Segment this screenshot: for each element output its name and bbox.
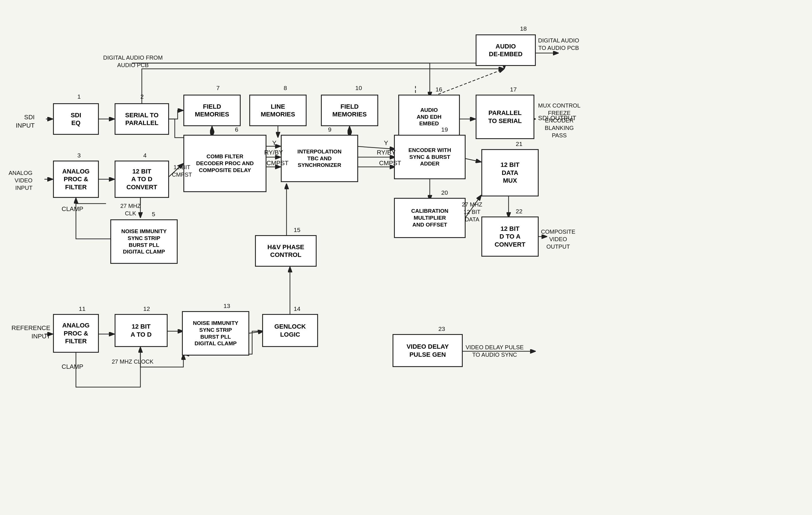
- block-genlock-logic-label: GENLOCKLOGIC: [274, 323, 306, 338]
- block-12bit-atod-top-label: 12 BITA TO DCONVERT: [126, 167, 157, 191]
- label-cmpst-1: CMPST: [266, 159, 289, 167]
- label-cmpst-2: CMPST: [379, 159, 401, 167]
- label-composite-video-output: COMPOSITEVIDEOOUTPUT: [541, 228, 575, 250]
- ref-17: 17: [510, 86, 517, 93]
- block-video-delay: VIDEO DELAYPULSE GEN: [393, 334, 463, 367]
- block-calibration-mult-label: CALIBRATIONMULTIPLIERAND OFFSET: [411, 208, 448, 228]
- ref-19: 19: [441, 126, 448, 133]
- label-digital-audio-from: DIGITAL AUDIO FROMAUDIO PCB: [103, 54, 163, 69]
- block-calibration-mult: CALIBRATIONMULTIPLIERAND OFFSET: [394, 198, 466, 238]
- block-noise-immunity-bot-label: NOISE IMMUNITYSYNC STRIPBURST PLLDIGITAL…: [193, 320, 238, 347]
- label-mux-control: MUX CONTROLFREEZEENCODERBLANKINGPASS: [538, 102, 580, 139]
- block-12bit-atod-bot: 12 BITA TO D: [115, 314, 168, 347]
- svg-line-29: [430, 69, 504, 98]
- ref-6: 6: [235, 126, 238, 133]
- label-clamp-bot: CLAMP: [62, 363, 83, 371]
- ref-8: 8: [284, 85, 287, 91]
- ref-15: 15: [294, 226, 300, 234]
- block-parallel-to-serial: PARALLELTO SERIAL: [475, 94, 534, 139]
- ref-21: 21: [516, 140, 522, 147]
- label-digital-audio-to: DIGITAL AUDIOTO AUDIO PCB: [538, 37, 579, 52]
- label-12bit-cmpst: 12 BITCMPST: [172, 163, 192, 178]
- diagram: SDIEQ SERIAL TOPARALLEL ANALOGPROC &FILT…: [0, 0, 812, 515]
- ref-7: 7: [216, 85, 220, 91]
- block-hv-phase-label: H&V PHASECONTROL: [267, 243, 304, 259]
- ref-11: 11: [79, 305, 85, 312]
- block-12bit-data-mux-label: 12 BITDATAMUX: [500, 161, 519, 185]
- block-sdi-eq: SDIEQ: [53, 103, 99, 135]
- block-12bit-atod-bot-label: 12 BITA TO D: [130, 323, 151, 338]
- block-noise-immunity-top-label: NOISE IMMUNITYSYNC STRIPBURST PLLDIGITAL…: [121, 228, 167, 255]
- block-analog-proc-bot: ANALOGPROC &FILTER: [53, 314, 99, 353]
- block-serial-to-parallel-label: SERIAL TOPARALLEL: [125, 111, 159, 127]
- ref-13: 13: [224, 302, 230, 309]
- ref-3: 3: [77, 152, 81, 159]
- block-genlock-logic: GENLOCKLOGIC: [262, 314, 318, 347]
- ref-5: 5: [152, 211, 155, 218]
- ref-22: 22: [516, 208, 522, 215]
- label-clamp-top: CLAMP: [62, 205, 83, 213]
- label-analog-video-input: ANALOGVIDEOINPUT: [8, 169, 32, 192]
- block-12bit-data-mux: 12 BITDATAMUX: [481, 149, 539, 196]
- ref-9: 9: [328, 126, 331, 133]
- block-12bit-dtoa: 12 BITD TO ACONVERT: [481, 216, 539, 256]
- label-27mhz-clk: 27 MHZCLK: [120, 202, 141, 217]
- block-serial-to-parallel: SERIAL TOPARALLEL: [115, 103, 169, 135]
- block-12bit-atod-top: 12 BITA TO DCONVERT: [115, 161, 169, 198]
- ref-4: 4: [143, 152, 147, 159]
- block-noise-immunity-bot: NOISE IMMUNITYSYNC STRIPBURST PLLDIGITAL…: [182, 311, 249, 356]
- block-analog-proc-top-label: ANALOGPROC &FILTER: [62, 167, 89, 191]
- block-field-memories-right: FIELDMEMORIES: [321, 94, 378, 126]
- block-field-memories-right-label: FIELDMEMORIES: [332, 103, 367, 118]
- svg-line-23: [464, 158, 481, 162]
- ref-23: 23: [438, 325, 445, 332]
- block-audio-de-embed-label: AUDIODE-EMBED: [489, 43, 522, 58]
- label-sdi-input: SDIINPUT: [16, 113, 35, 130]
- block-analog-proc-top: ANALOGPROC &FILTER: [53, 161, 99, 198]
- block-hv-phase: H&V PHASECONTROL: [255, 235, 317, 267]
- label-27mhz-12bit: 27 MHZ12 BITDATA: [462, 201, 482, 223]
- ref-20: 20: [441, 189, 448, 196]
- label-video-delay-pulse: VIDEO DELAY PULSETO AUDIO SYNC: [466, 344, 524, 358]
- block-encoder-sync-burst: ENCODER WITHSYNC & BURSTADDER: [394, 135, 466, 179]
- block-audio-edh-embed: AUDIOAND EDHEMBED: [398, 94, 460, 139]
- ref-1: 1: [77, 93, 81, 100]
- ref-16: 16: [436, 86, 442, 93]
- block-sdi-eq-label: SDIEQ: [71, 111, 81, 127]
- block-parallel-to-serial-label: PARALLELTO SERIAL: [488, 109, 522, 125]
- block-analog-proc-bot-label: ANALOGPROC &FILTER: [62, 321, 89, 345]
- ref-18: 18: [520, 25, 527, 32]
- block-audio-edh-embed-label: AUDIOAND EDHEMBED: [416, 107, 441, 127]
- block-video-delay-label: VIDEO DELAYPULSE GEN: [407, 343, 449, 358]
- block-encoder-sync-burst-label: ENCODER WITHSYNC & BURSTADDER: [409, 147, 451, 167]
- label-reference-input: REFERENCEINPUT: [11, 324, 51, 341]
- block-comb-filter-label: COMB FILTERDECODER PROC ANDCOMPOSITE DEL…: [196, 153, 254, 173]
- block-audio-de-embed: AUDIODE-EMBED: [475, 34, 536, 66]
- block-field-memories-left: FIELDMEMORIES: [183, 94, 241, 126]
- ref-12: 12: [143, 305, 150, 312]
- label-27mhz-clock-bot: 27 MHZ CLOCK: [112, 358, 153, 365]
- label-y-2: Y: [384, 139, 388, 147]
- ref-2: 2: [140, 93, 144, 100]
- block-interp-tbc: INTERPOLATIONTBC ANDSYNCHRONIZER: [281, 135, 358, 182]
- block-comb-filter: COMB FILTERDECODER PROC ANDCOMPOSITE DEL…: [183, 135, 266, 192]
- block-field-memories-left-label: FIELDMEMORIES: [195, 103, 229, 118]
- label-ryby-1: RY/BY: [264, 148, 283, 157]
- ref-10: 10: [355, 85, 362, 91]
- label-ryby-2: RY/BY: [377, 148, 396, 157]
- block-12bit-dtoa-label: 12 BITD TO ACONVERT: [495, 225, 525, 249]
- block-interp-tbc-label: INTERPOLATIONTBC ANDSYNCHRONIZER: [297, 148, 342, 169]
- ref-14: 14: [294, 305, 300, 312]
- label-y-1: Y: [272, 139, 277, 147]
- block-noise-immunity-top: NOISE IMMUNITYSYNC STRIPBURST PLLDIGITAL…: [110, 219, 178, 264]
- block-line-memories: LINEMEMORIES: [249, 94, 307, 126]
- block-line-memories-label: LINEMEMORIES: [261, 103, 295, 118]
